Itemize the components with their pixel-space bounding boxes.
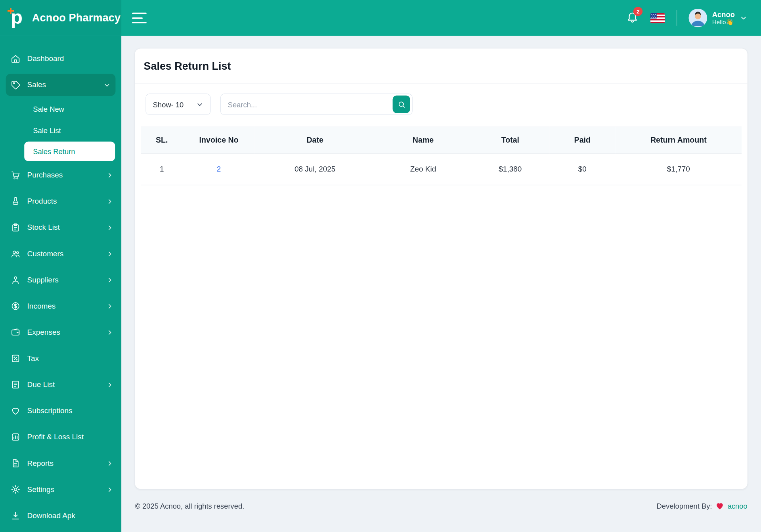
sales-tag-icon (11, 80, 20, 90)
footer: © 2025 Acnoo, all rights reserved. Devel… (135, 501, 747, 510)
caret-down-icon (740, 14, 748, 22)
show-entries-select[interactable]: Show- 10 (145, 93, 211, 115)
expenses-wallet-icon (11, 328, 20, 337)
sidebar-subitem-sales-return[interactable]: Sales Return (24, 142, 115, 161)
sidebar-item-products[interactable]: Products (0, 188, 121, 214)
sidebar-item-label: Incomes (27, 302, 56, 311)
due-list-icon (11, 380, 20, 389)
stock-clipboard-icon (11, 223, 20, 232)
chevron-right-icon (106, 381, 113, 388)
sidebar-item-label: Download Apk (27, 511, 75, 520)
plus-p-logo-icon: p + (9, 9, 27, 27)
sidebar-item-incomes[interactable]: Incomes (0, 293, 121, 319)
sidebar-subitem-sale-list[interactable]: Sale List (0, 119, 121, 141)
products-flask-icon (11, 196, 20, 206)
user-greeting: Hello👋 (712, 19, 735, 26)
sidebar-item-label: Subscriptions (27, 406, 73, 415)
developer-link[interactable]: acnoo (728, 502, 748, 510)
chevron-down-icon (196, 101, 203, 108)
sidebar-item-stock-list[interactable]: Stock List (0, 214, 121, 240)
customers-users-icon (11, 249, 20, 258)
sidebar-item-suppliers[interactable]: Suppliers (0, 267, 121, 293)
search-icon (398, 100, 406, 109)
profit-loss-chart-icon (11, 432, 20, 442)
column-header-name: Name (375, 127, 471, 153)
main-content: Sales Return List Show- 10 SL.Invoice No… (121, 36, 761, 532)
purchases-cart-icon (11, 170, 20, 180)
due-list-icon (11, 380, 20, 389)
header-divider (677, 10, 677, 26)
cell-sl: 1 (141, 154, 183, 185)
user-name: Acnoo (712, 10, 735, 19)
development-by-label: Development By: (657, 502, 712, 510)
sidebar-item-customers[interactable]: Customers (0, 240, 121, 267)
reports-file-icon (11, 458, 20, 468)
subscriptions-heart-icon (11, 406, 20, 416)
sidebar-subitem-sale-new[interactable]: Sale New (0, 98, 121, 119)
sidebar-item-label: Purchases (27, 171, 63, 179)
incomes-coin-icon (11, 301, 20, 311)
cell-paid: $0 (549, 154, 616, 185)
column-header-date: Date (255, 127, 375, 153)
sidebar-submenu-sales: Sale NewSale ListSales Return (0, 98, 121, 161)
download-icon (11, 511, 20, 520)
sales-return-table: SL.Invoice NoDateNameTotalPaidReturn Amo… (141, 127, 742, 185)
brand-logo[interactable]: p + Acnoo Pharmacy (0, 0, 121, 36)
sidebar-item-dashboard[interactable]: Dashboard (0, 46, 121, 72)
sidebar-item-download-apk[interactable]: Download Apk (0, 503, 121, 529)
sidebar-item-label: Products (27, 197, 57, 206)
profit-loss-chart-icon (11, 432, 20, 442)
chevron-right-icon (106, 198, 113, 205)
chevron-right-icon (106, 460, 113, 467)
expenses-wallet-icon (11, 328, 20, 337)
sidebar-item-subscriptions[interactable]: Subscriptions (0, 398, 121, 424)
incomes-coin-icon (11, 301, 20, 311)
cell-name: Zeo Kid (375, 154, 471, 185)
page-title: Sales Return List (135, 48, 747, 84)
user-menu[interactable]: Acnoo Hello👋 (689, 9, 748, 27)
sidebar-item-label: Expenses (27, 328, 60, 337)
sidebar-item-due-list[interactable]: Due List (0, 372, 121, 398)
table-controls: Show- 10 (135, 84, 747, 125)
top-bar: p + Acnoo Pharmacy 2 (0, 0, 761, 36)
sidebar-item-sales[interactable]: Sales (6, 74, 116, 96)
copyright-text: © 2025 Acnoo, all rights reserved. (135, 502, 244, 510)
chevron-right-icon (106, 250, 113, 257)
heart-icon (715, 501, 724, 510)
sidebar-item-purchases[interactable]: Purchases (0, 162, 121, 188)
sidebar-item-tax[interactable]: Tax (0, 345, 121, 372)
sidebar-item-label: Profit & Loss List (27, 433, 84, 441)
notification-bell-icon[interactable]: 2 (626, 11, 639, 25)
column-header-return-amount: Return Amount (616, 127, 742, 153)
search-button[interactable] (393, 95, 410, 113)
column-header-paid: Paid (549, 127, 616, 153)
sidebar-item-label: Tax (27, 354, 39, 363)
sidebar-item-settings[interactable]: Settings (0, 476, 121, 502)
cell-return: $1,770 (616, 154, 742, 185)
sidebar-item-label: Due List (27, 380, 55, 389)
show-entries-label: Show- 10 (153, 100, 184, 109)
column-header-total: Total (471, 127, 549, 153)
hamburger-icon[interactable] (132, 13, 147, 23)
stock-clipboard-icon (11, 223, 20, 232)
chevron-right-icon (106, 329, 113, 336)
search-input[interactable] (221, 100, 393, 109)
sidebar-item-expenses[interactable]: Expenses (0, 319, 121, 345)
settings-gear-icon (11, 484, 20, 494)
suppliers-person-icon (11, 275, 20, 284)
us-flag-icon[interactable] (650, 13, 665, 23)
chevron-right-icon (106, 302, 113, 309)
chevron-right-icon (106, 172, 113, 179)
subscriptions-heart-icon (11, 406, 20, 416)
sidebar-item-profit-loss-list[interactable]: Profit & Loss List (0, 424, 121, 450)
sales-tag-icon (11, 80, 20, 90)
invoice-link[interactable]: 2 (217, 165, 221, 173)
chevron-right-icon (106, 224, 113, 231)
table-header-row: SL.Invoice NoDateNameTotalPaidReturn Amo… (141, 127, 742, 153)
home-icon (11, 54, 20, 63)
suppliers-person-icon (11, 275, 20, 284)
top-right-cluster: 2 (626, 9, 748, 27)
sidebar-item-reports[interactable]: Reports (0, 450, 121, 476)
brand-name: Acnoo Pharmacy (32, 11, 121, 24)
customers-users-icon (11, 249, 20, 258)
